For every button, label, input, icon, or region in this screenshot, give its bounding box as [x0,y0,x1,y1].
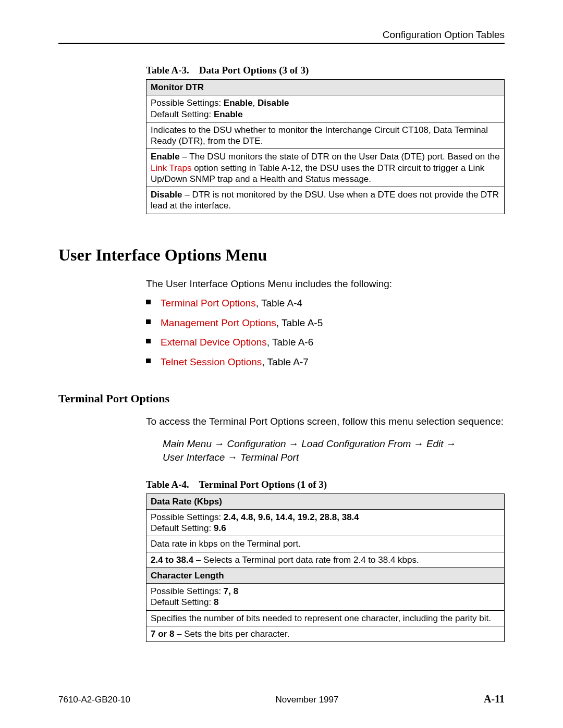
value: Enable [214,109,243,119]
section-heading: User Interface Options Menu [58,245,505,265]
page-footer: 7610-A2-GB20-10 November 1997 A-11 [58,693,505,705]
list-item: Telnet Session Options, Table A-7 [146,355,505,369]
table-row: Data Rate (Kbps) [146,493,505,509]
label: Possible Settings: [151,586,224,596]
range-cell: 2.4 to 38.4 – Selects a Terminal port da… [146,552,505,567]
separator: , [253,98,258,108]
table-a3: Monitor DTR Possible Settings: Enable, D… [146,79,505,214]
option-name-cell: Character Length [146,567,505,583]
table-row: 7 or 8 – Sets the bits per character. [146,626,505,641]
label: Default Setting: [151,523,214,533]
table-a3-block: Table A-3. Data Port Options (3 of 3) Mo… [146,65,505,214]
option-name-cell: Monitor DTR [146,80,505,95]
management-port-options-link[interactable]: Management Port Options [161,317,276,328]
suffix: , Table A-6 [267,337,313,348]
subsection-heading: Terminal Port Options [58,392,505,405]
description-cell: Data rate in kbps on the Terminal port. [146,536,505,552]
list-item: External Device Options, Table A-6 [146,336,505,349]
table-row: Monitor DTR [146,80,505,95]
text: – Selects a Terminal port data rate from… [193,555,419,565]
table-row: Character Length [146,567,505,583]
path-seg: Load Configuration From [301,438,413,449]
lead-word: 7 or 8 [151,629,174,639]
disable-cell: Disable – DTR is not monitored by the DS… [146,187,505,214]
external-device-options-link[interactable]: External Device Options [161,337,267,348]
settings-cell: Possible Settings: Enable, Disable Defau… [146,95,505,122]
value: Enable [224,98,253,108]
table-row: Enable – The DSU monitors the state of D… [146,149,505,187]
intro-text: The User Interface Options Menu includes… [146,277,505,291]
lead-word: Enable [151,152,180,162]
value: 8 [214,597,218,607]
table-row: Possible Settings: 2.4, 4.8, 9.6, 14.4, … [146,509,505,536]
suffix: , Table A-4 [256,298,302,309]
page-number: A-11 [484,693,505,705]
path-seg: Configuration [227,438,289,449]
caption-title: Terminal Port Options (1 of 3) [199,479,327,490]
settings-cell: Possible Settings: 2.4, 4.8, 9.6, 14.4, … [146,509,505,536]
table-row: 2.4 to 38.4 – Selects a Terminal port da… [146,552,505,567]
table-row: Possible Settings: 7, 8 Default Setting:… [146,584,505,611]
description-cell: Indicates to the DSU whether to monitor … [146,122,505,149]
list-item: Terminal Port Options, Table A-4 [146,297,505,310]
lead-word: Disable [151,190,182,200]
table-row: Indicates to the DSU whether to monitor … [146,122,505,149]
text: – DTR is not monitored by the DSU. Use w… [151,190,499,211]
section-body: The User Interface Options Menu includes… [146,277,505,369]
label: Default Setting: [151,109,214,119]
value: 9.6 [214,523,226,533]
suffix: , Table A-7 [262,356,308,367]
terminal-port-options-link[interactable]: Terminal Port Options [161,298,256,309]
options-list: Terminal Port Options, Table A-4 Managem… [146,297,505,369]
caption-title: Data Port Options (3 of 3) [199,65,309,76]
path-seg: User Interface [163,452,228,463]
arrow-icon: → [228,452,240,463]
path-seg: Edit [426,438,446,449]
list-item: Management Port Options, Table A-5 [146,316,505,330]
label: Possible Settings: [151,512,224,522]
suffix: , Table A-5 [276,317,323,328]
table-row: Data rate in kbps on the Terminal port. [146,536,505,552]
caption-prefix: Table A-4. [146,479,189,490]
lead-word: 2.4 to 38.4 [151,555,193,565]
text: – The DSU monitors the state of DTR on t… [180,152,500,162]
table-a4-caption: Table A-4. Terminal Port Options (1 of 3… [146,479,505,490]
telnet-session-options-link[interactable]: Telnet Session Options [161,356,262,367]
option-name-cell: Data Rate (Kbps) [146,493,505,509]
value: 2.4, 4.8, 9.6, 14.4, 19.2, 28.8, 38.4 [224,512,359,522]
description-cell: Specifies the number of bits needed to r… [146,610,505,626]
arrow-icon: → [289,438,301,449]
value: 7, 8 [224,586,238,596]
text: – Sets the bits per character. [174,629,289,639]
path-seg: Main Menu [163,438,214,449]
label: Default Setting: [151,597,214,607]
doc-date: November 1997 [276,695,339,705]
table-row: Specifies the number of bits needed to r… [146,610,505,626]
caption-prefix: Table A-3. [146,65,189,76]
table-row: Possible Settings: Enable, Disable Defau… [146,95,505,122]
running-header: Configuration Option Tables [58,29,505,41]
text: option setting in Table A-12, the DSU us… [151,163,484,184]
page: Configuration Option Tables Table A-3. D… [0,0,563,728]
table-a3-caption: Table A-3. Data Port Options (3 of 3) [146,65,505,76]
table-a4-block: Table A-4. Terminal Port Options (1 of 3… [146,479,505,643]
value: Disable [258,98,289,108]
table-a4: Data Rate (Kbps) Possible Settings: 2.4,… [146,493,505,643]
arrow-icon: → [214,438,227,449]
subsection-intro: To access the Terminal Port Options scre… [146,415,505,428]
table-row: Disable – DTR is not monitored by the DS… [146,187,505,214]
doc-number: 7610-A2-GB20-10 [58,695,130,705]
arrow-icon: → [414,438,426,449]
link-traps-link[interactable]: Link Traps [151,163,191,173]
range-cell: 7 or 8 – Sets the bits per character. [146,626,505,641]
header-rule [58,43,505,44]
path-seg: Terminal Port [240,452,299,463]
label: Possible Settings: [151,98,224,108]
enable-cell: Enable – The DSU monitors the state of D… [146,149,505,187]
menu-path: Main Menu → Configuration → Load Configu… [163,437,505,464]
settings-cell: Possible Settings: 7, 8 Default Setting:… [146,584,505,611]
arrow-icon: → [446,438,456,449]
